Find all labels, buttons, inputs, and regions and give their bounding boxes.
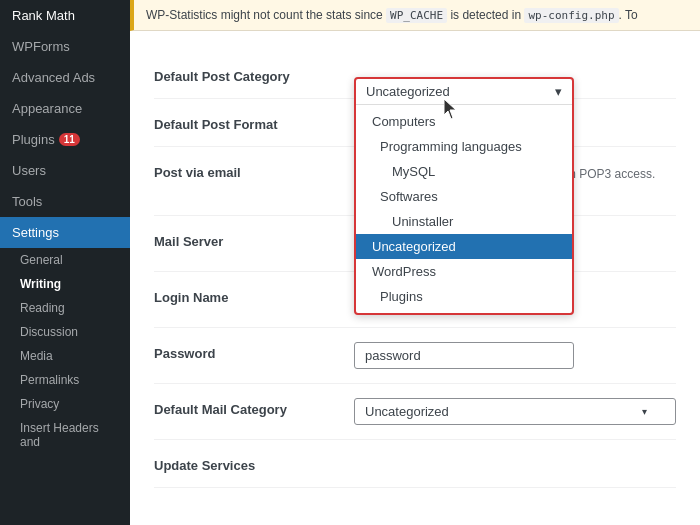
sidebar-item-advanced-ads[interactable]: Advanced Ads [0,62,130,93]
mail-category-chevron-icon: ▾ [642,406,647,417]
dropdown-header-row[interactable]: Uncategorized ▾ [356,79,572,105]
option-wordpress[interactable]: WordPress [356,259,572,284]
post-via-email-label: Post via email [154,161,354,180]
default-post-category-control: Uncategorized ▾ Computers Programming la… [354,65,676,80]
default-mail-category-value: Uncategorized [365,404,449,419]
option-plugins[interactable]: Plugins [356,284,572,309]
notice-code: WP_CACHE [386,8,447,23]
category-dropdown-open[interactable]: Uncategorized ▾ Computers Programming la… [354,77,574,315]
main-content: WP-Statistics might not count the stats … [130,0,700,525]
option-programming[interactable]: Programming languages [356,134,572,159]
sidebar-item-settings[interactable]: Settings [0,217,130,248]
option-computers[interactable]: Computers [356,109,572,134]
option-mysql[interactable]: MySQL [356,159,572,184]
subnav-writing[interactable]: Writing [0,272,130,296]
subnav-insert-headers[interactable]: Insert Headers and [0,416,130,454]
option-uncategorized[interactable]: Uncategorized [356,234,572,259]
subnav-permalinks[interactable]: Permalinks [0,368,130,392]
dropdown-current-value: Uncategorized [366,84,450,99]
plugins-badge: 11 [59,133,80,146]
password-control [354,342,676,369]
default-mail-category-row: Default Mail Category Uncategorized ▾ [154,384,676,440]
subnav-general[interactable]: General [0,248,130,272]
sidebar: Rank Math WPForms Advanced Ads Appearanc… [0,0,130,525]
default-mail-category-select[interactable]: Uncategorized ▾ [354,398,676,425]
default-post-category-label: Default Post Category [154,65,354,84]
update-services-label: Update Services [154,454,354,473]
option-uninstaller[interactable]: Uninstaller [356,209,572,234]
sidebar-item-tools[interactable]: Tools [0,186,130,217]
sidebar-item-wpforms[interactable]: WPForms [0,31,130,62]
chevron-down-icon: ▾ [555,84,562,99]
notice-text: WP-Statistics might not count the stats … [146,8,638,22]
default-post-format-label: Default Post Format [154,113,354,132]
password-row: Password [154,328,676,384]
update-services-row: Update Services [154,440,676,488]
default-mail-category-label: Default Mail Category [154,398,354,417]
sidebar-item-plugins[interactable]: Plugins 11 [0,124,130,155]
password-input[interactable] [354,342,574,369]
password-label: Password [154,342,354,361]
option-softwares[interactable]: Softwares [356,184,572,209]
subnav-media[interactable]: Media [0,344,130,368]
subnav-privacy[interactable]: Privacy [0,392,130,416]
subnav-reading[interactable]: Reading [0,296,130,320]
sidebar-item-rank-math[interactable]: Rank Math [0,0,130,31]
sidebar-item-appearance[interactable]: Appearance [0,93,130,124]
login-name-label: Login Name [154,286,354,305]
default-post-category-row: Default Post Category Uncategorized ▾ Co… [154,51,676,99]
sidebar-item-users[interactable]: Users [0,155,130,186]
notice-file: wp-config.php [524,8,618,23]
notice-bar: WP-Statistics might not count the stats … [130,0,700,31]
default-mail-category-control: Uncategorized ▾ [354,398,676,425]
settings-form: Default Post Category Uncategorized ▾ Co… [130,31,700,525]
mail-server-label: Mail Server [154,230,354,249]
subnav-discussion[interactable]: Discussion [0,320,130,344]
dropdown-options-list: Computers Programming languages MySQL So… [356,105,572,313]
